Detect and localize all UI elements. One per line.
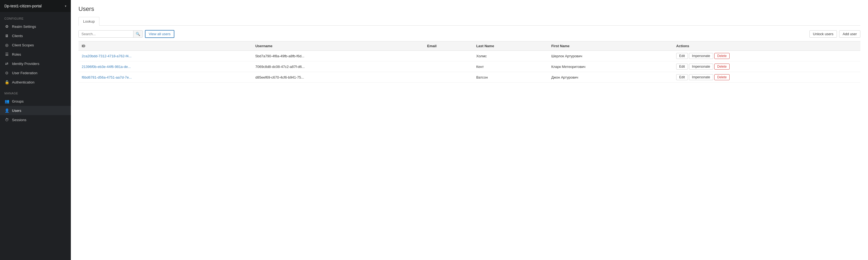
cell-id: 21396f0b-eb3e-44f6-981a-de... <box>79 61 252 72</box>
users-table: ID Username Email Last Name First Name A… <box>79 41 860 83</box>
cell-id: 2ca20bdd-7312-4718-a762-f4... <box>79 51 252 61</box>
sidebar-item-clients[interactable]: 🖥 Clients <box>0 31 71 40</box>
col-actions: Actions <box>673 41 860 51</box>
gear-icon: ⚙ <box>4 24 9 29</box>
edit-button[interactable]: Edit <box>676 64 688 69</box>
realm-selector[interactable]: Dp-test1-citizen-portal ▾ <box>0 0 71 12</box>
sidebar-item-identity-providers[interactable]: ⇄ Identity Providers <box>0 59 71 68</box>
sidebar-item-label: Groups <box>12 99 24 104</box>
sidebar-item-user-federation[interactable]: ⊙ User Federation <box>0 68 71 78</box>
table-row: f6bd6781-d56a-4751-aa7d-7e...d85eef69-c6… <box>79 72 860 83</box>
sidebar-item-authentication[interactable]: 🔒 Authentication <box>0 78 71 87</box>
sidebar-item-label: Authentication <box>12 80 34 84</box>
cell-actions: EditImpersonateDelete <box>673 61 860 72</box>
edit-button[interactable]: Edit <box>676 53 688 59</box>
sidebar-item-label: Identity Providers <box>12 62 39 66</box>
col-id: ID <box>79 41 252 51</box>
sessions-icon: ⏱ <box>4 118 9 122</box>
add-user-button[interactable]: Add user <box>839 30 860 38</box>
cell-firstname: Кларк Метеоритович <box>548 61 673 72</box>
sidebar-item-realm-settings[interactable]: ⚙ Realm Settings <box>0 22 71 31</box>
cell-username: 5bd7a790-4f8a-49fb-a8fb-f6d... <box>252 51 424 61</box>
clients-icon: 🖥 <box>4 34 9 38</box>
sidebar: Dp-test1-citizen-portal ▾ Configure ⚙ Re… <box>0 0 71 260</box>
impersonate-button[interactable]: Impersonate <box>689 74 713 80</box>
col-firstname: First Name <box>548 41 673 51</box>
realm-name: Dp-test1-citizen-portal <box>4 4 42 8</box>
edit-button[interactable]: Edit <box>676 74 688 80</box>
identity-providers-icon: ⇄ <box>4 61 9 66</box>
sidebar-item-label: User Federation <box>12 71 37 75</box>
main-content: Users Lookup 🔍 View all users Unlock use… <box>71 0 868 260</box>
tab-lookup[interactable]: Lookup <box>79 17 99 26</box>
col-email: Email <box>424 41 473 51</box>
groups-icon: 👥 <box>4 99 9 104</box>
cell-id: f6bd6781-d56a-4751-aa7d-7e... <box>79 72 252 83</box>
cell-lastname: Кент <box>473 61 548 72</box>
lock-icon: 🔒 <box>4 80 9 84</box>
users-icon: 👤 <box>4 108 9 113</box>
impersonate-button[interactable]: Impersonate <box>689 53 713 59</box>
client-scopes-icon: ◎ <box>4 43 9 47</box>
cell-actions: EditImpersonateDelete <box>673 72 860 83</box>
users-toolbar: 🔍 View all users Unlock users Add user <box>79 30 860 38</box>
cell-username: d85eef69-c670-4cf6-b941-75... <box>252 72 424 83</box>
cell-lastname: Ватсон <box>473 72 548 83</box>
cell-firstname: Шерлок Артурович <box>548 51 673 61</box>
cell-email <box>424 72 473 83</box>
sidebar-item-label: Client Scopes <box>12 43 34 47</box>
user-federation-icon: ⊙ <box>4 71 9 75</box>
sidebar-item-roles[interactable]: ☰ Roles <box>0 50 71 59</box>
sidebar-item-label: Roles <box>12 52 21 56</box>
user-id-link[interactable]: f6bd6781-d56a-4751-aa7d-7e... <box>82 75 132 79</box>
delete-button[interactable]: Delete <box>714 53 730 59</box>
sidebar-item-groups[interactable]: 👥 Groups <box>0 96 71 106</box>
cell-email <box>424 51 473 61</box>
table-row: 2ca20bdd-7312-4718-a762-f4...5bd7a790-4f… <box>79 51 860 61</box>
col-username: Username <box>252 41 424 51</box>
impersonate-button[interactable]: Impersonate <box>689 64 713 69</box>
sidebar-item-client-scopes[interactable]: ◎ Client Scopes <box>0 40 71 50</box>
search-icon: 🔍 <box>136 32 140 36</box>
sidebar-item-label: Clients <box>12 34 23 38</box>
search-input[interactable] <box>79 31 133 37</box>
user-id-link[interactable]: 2ca20bdd-7312-4718-a762-f4... <box>82 54 132 58</box>
manage-section-label: Manage <box>0 87 71 96</box>
delete-button[interactable]: Delete <box>714 74 730 80</box>
page-title: Users <box>79 5 860 12</box>
users-table-body: 2ca20bdd-7312-4718-a762-f4...5bd7a790-4f… <box>79 51 860 83</box>
sidebar-item-label: Realm Settings <box>12 25 36 29</box>
view-all-users-button[interactable]: View all users <box>145 30 174 38</box>
sidebar-item-users[interactable]: 👤 Users <box>0 106 71 115</box>
cell-actions: EditImpersonateDelete <box>673 51 860 61</box>
cell-username: 7069c8d8-dc08-47c2-a87f-d6... <box>252 61 424 72</box>
sidebar-item-sessions[interactable]: ⏱ Sessions <box>0 115 71 124</box>
sidebar-item-label: Users <box>12 109 21 113</box>
search-container: 🔍 <box>79 30 143 38</box>
search-button[interactable]: 🔍 <box>133 31 143 37</box>
table-row: 21396f0b-eb3e-44f6-981a-de...7069c8d8-dc… <box>79 61 860 72</box>
col-lastname: Last Name <box>473 41 548 51</box>
configure-section-label: Configure <box>0 12 71 22</box>
unlock-users-button[interactable]: Unlock users <box>809 30 837 38</box>
tab-bar: Lookup <box>79 17 860 26</box>
table-header: ID Username Email Last Name First Name A… <box>79 41 860 51</box>
cell-firstname: Джон Артурович <box>548 72 673 83</box>
roles-icon: ☰ <box>4 52 9 56</box>
cell-lastname: Холмс <box>473 51 548 61</box>
chevron-down-icon: ▾ <box>65 4 66 8</box>
cell-email <box>424 61 473 72</box>
delete-button[interactable]: Delete <box>714 64 730 69</box>
user-id-link[interactable]: 21396f0b-eb3e-44f6-981a-de... <box>82 65 131 69</box>
sidebar-item-label: Sessions <box>12 118 26 122</box>
